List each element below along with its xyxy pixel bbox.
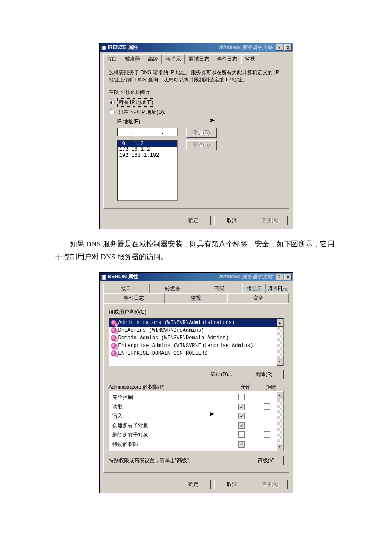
- scroll-up-icon[interactable]: ▲: [277, 319, 283, 327]
- radio-only-ip[interactable]: 只在下列 IP 地址(O):: [109, 108, 284, 116]
- deny-checkbox[interactable]: [264, 431, 270, 438]
- scrollbar[interactable]: ▲ ▼: [277, 391, 283, 451]
- permission-row: 删除所有子对象: [109, 431, 283, 440]
- allow-checkbox[interactable]: [238, 413, 245, 419]
- add-button[interactable]: 添加(D): [186, 128, 217, 138]
- list-item[interactable]: Administrators (WINSVR\Administrators): [109, 319, 283, 327]
- deny-checkbox[interactable]: [264, 413, 270, 419]
- list-item[interactable]: Enterprise Admins (WINSVR\Enterprise Adm…: [109, 342, 283, 350]
- deny-checkbox[interactable]: [264, 422, 270, 428]
- watermark-text: Windows 服务器中文站: [219, 273, 273, 280]
- list-item[interactable]: Domain Admins (WINSVR\Domain Admins): [109, 334, 283, 342]
- group-name: DnsAdmins (WINSVR\DnsAdmins): [118, 327, 205, 333]
- allow-checkbox[interactable]: [238, 404, 245, 410]
- apply-button[interactable]: 应用(A): [253, 216, 288, 225]
- description-text: 选择要服务于 DNS 请求的 IP 地址。服务器可以在所有为此计算机定义的 IP…: [109, 69, 284, 84]
- advanced-text: 特别权限或高级设置，请单击"高级"。: [109, 457, 249, 464]
- help-button[interactable]: ?: [276, 44, 283, 51]
- permission-row: 读取: [109, 402, 283, 412]
- body-paragraph: 如果 DNS 服务器是在域控制器安装，则具有第八个标签：安全，如下图所示，它用于…: [55, 238, 337, 264]
- tab-monitor[interactable]: 监视: [241, 54, 259, 64]
- deny-checkbox[interactable]: [264, 441, 270, 447]
- close-button[interactable]: ✕: [284, 274, 292, 280]
- tab-interface[interactable]: 接口: [103, 54, 121, 64]
- radio-icon: [109, 109, 115, 115]
- tab-interface[interactable]: 接口: [103, 284, 150, 293]
- scrollbar[interactable]: ▲ ▼: [277, 319, 283, 366]
- scroll-down-icon[interactable]: ▼: [277, 443, 283, 451]
- deny-checkbox[interactable]: [264, 394, 270, 400]
- tab-debug-log[interactable]: 调试日志: [185, 54, 213, 64]
- scroll-track[interactable]: [277, 327, 283, 358]
- apply-button[interactable]: 应用(A): [253, 480, 288, 489]
- permission-name: 删除所有子对象: [112, 431, 229, 439]
- radio-all-ip[interactable]: 所有 IP 地址(E): [109, 98, 284, 107]
- group-name: Enterprise Admins (WINSVR\Enterprise Adm…: [118, 343, 254, 349]
- permission-row: 创建所有子对象: [109, 421, 283, 431]
- titlebar[interactable]: ▣ IRENZE 属性 Windows 服务器中文站 ? ✕: [100, 43, 293, 52]
- berlin-properties-dialog: ▣ BERLIN 属性 Windows 服务器中文站 ? ✕ 接口 转发器 高级…: [99, 272, 293, 493]
- ip-label: IP 地址(P):: [117, 118, 284, 125]
- remove-button[interactable]: 删除(R): [245, 370, 284, 379]
- cancel-button[interactable]: 取消: [214, 480, 249, 489]
- cancel-button[interactable]: 取消: [214, 216, 249, 225]
- firenze-properties-dialog: ▣ IRENZE 属性 Windows 服务器中文站 ? ✕ 接口 转发器 高级…: [99, 43, 293, 229]
- deny-header: 拒绝: [258, 384, 284, 391]
- permission-name: 写入: [112, 413, 229, 420]
- group-icon: [111, 350, 117, 356]
- tab-monitor[interactable]: 监视: [165, 293, 227, 303]
- ip-input[interactable]: . . .: [117, 128, 178, 136]
- group-icon: [111, 320, 117, 326]
- tab-panel-security: 组或用户名称(G): Administrators (WINSVR\Admini…: [103, 303, 289, 473]
- ip-listbox[interactable]: 10.1.1.2 172.16.1.2 192.168.1.102: [117, 140, 178, 201]
- dialog-buttons: 确定 取消 应用(A): [100, 476, 293, 493]
- add-button[interactable]: 添加(D)...: [202, 370, 241, 379]
- ok-button[interactable]: 确定: [176, 480, 211, 489]
- allow-checkbox[interactable]: [238, 422, 245, 429]
- radio-all-label: 所有 IP 地址(E): [117, 98, 155, 107]
- scroll-down-icon[interactable]: ▼: [277, 358, 283, 366]
- deny-checkbox[interactable]: [264, 403, 270, 410]
- tab-advanced[interactable]: 高级: [144, 54, 162, 64]
- watermark-url: http://www.winsvr.org: [242, 286, 286, 292]
- ok-button[interactable]: 确定: [176, 216, 211, 225]
- tab-security[interactable]: 安全: [227, 293, 289, 303]
- remove-button[interactable]: 删除(R): [186, 140, 217, 150]
- window-title: BERLIN 属性: [108, 273, 138, 280]
- close-button[interactable]: ✕: [284, 44, 292, 51]
- permission-row: 写入: [109, 412, 283, 421]
- watermark-text: Windows 服务器中文站: [219, 44, 273, 51]
- titlebar[interactable]: ▣ BERLIN 属性 Windows 服务器中文站 ? ✕: [100, 273, 293, 281]
- scroll-up-icon[interactable]: ▲: [277, 391, 283, 399]
- permissions-label: Administrators 的权限(P): [109, 384, 233, 391]
- group-name: ENTERPRISE DOMAIN CONTROLLERS: [118, 350, 208, 356]
- radio-only-label: 只在下列 IP 地址(O):: [117, 108, 167, 116]
- permission-row: 特别的权限: [109, 440, 283, 449]
- allow-checkbox[interactable]: [238, 394, 245, 400]
- group-icon: [111, 327, 117, 333]
- group-icon: [111, 343, 117, 349]
- list-item[interactable]: 192.168.1.102: [118, 153, 177, 159]
- list-item[interactable]: ENTERPRISE DOMAIN CONTROLLERS: [109, 350, 283, 357]
- radio-icon: [109, 99, 115, 105]
- allow-checkbox[interactable]: [238, 431, 245, 438]
- tab-bar: 接口 转发器 高级 根提示 调试日志 事件日志 监视: [100, 52, 293, 64]
- tab-event-log[interactable]: 事件日志: [103, 293, 165, 303]
- allow-checkbox[interactable]: [238, 441, 245, 448]
- scroll-track[interactable]: [277, 399, 283, 443]
- tab-forwarders[interactable]: 转发器: [150, 284, 196, 293]
- list-item[interactable]: 172.16.1.2: [118, 147, 177, 153]
- group-name: Domain Admins (WINSVR\Domain Admins): [118, 335, 229, 341]
- help-button[interactable]: ?: [276, 274, 283, 280]
- list-item[interactable]: DnsAdmins (WINSVR\DnsAdmins): [109, 327, 283, 334]
- tab-forwarders[interactable]: 转发器: [121, 54, 144, 64]
- permissions-box: 完全控制读取写入创建所有子对象删除所有子对象特别的权限 ▲ ▼: [109, 391, 284, 451]
- tab-event-log[interactable]: 事件日志: [213, 54, 241, 64]
- tab-root-hints[interactable]: 根提示: [162, 54, 185, 64]
- group-listbox[interactable]: Administrators (WINSVR\Administrators) D…: [109, 318, 284, 366]
- advanced-button[interactable]: 高级(V): [249, 456, 284, 465]
- group-icon: [111, 335, 117, 341]
- list-item[interactable]: 10.1.1.2: [118, 141, 177, 147]
- listen-label: 在以下地址上侦听:: [109, 89, 284, 96]
- tab-advanced[interactable]: 高级: [196, 284, 242, 293]
